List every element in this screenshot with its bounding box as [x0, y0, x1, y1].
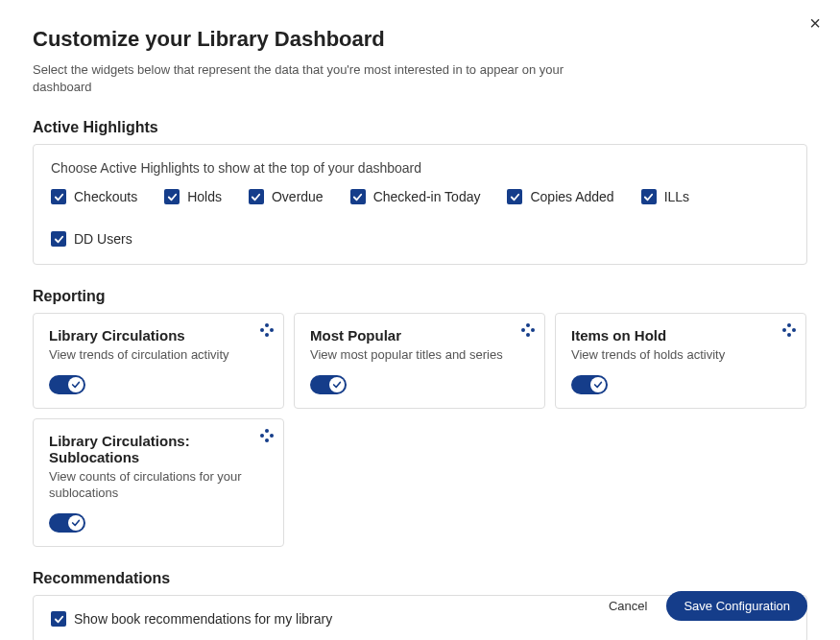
highlights-panel: Choose Active Highlights to show at the …	[33, 144, 807, 265]
toggle-thumb-icon	[68, 377, 84, 392]
drag-handle-icon[interactable]	[260, 323, 274, 337]
card-description: View most popular titles and series	[310, 346, 529, 364]
report-card-library-circulations-sublocations: Library Circulations: Sublocations View …	[33, 418, 284, 547]
section-title-highlights: Active Highlights	[33, 119, 807, 136]
highlight-label: Copies Added	[530, 189, 613, 204]
highlights-description: Choose Active Highlights to show at the …	[51, 160, 789, 176]
highlights-row: Checkouts Holds Overdue Checked-in Today…	[51, 189, 789, 247]
page-title: Customize your Library Dashboard	[33, 27, 807, 52]
card-description: View trends of holds activity	[571, 346, 790, 364]
card-toggle[interactable]	[310, 375, 347, 394]
highlight-label: DD Users	[74, 231, 132, 247]
checkbox-icon	[249, 189, 264, 204]
card-toggle[interactable]	[49, 375, 85, 394]
card-title: Items on Hold	[571, 327, 790, 344]
card-description: View counts of circulations for your sub…	[49, 468, 268, 502]
toggle-thumb-icon	[329, 377, 345, 392]
highlight-label: Holds	[187, 189, 222, 204]
checkbox-icon	[507, 189, 522, 204]
card-description: View trends of circulation activity	[49, 346, 268, 364]
report-card-items-on-hold: Items on Hold View trends of holds activ…	[555, 313, 806, 409]
card-title: Library Circulations	[49, 327, 268, 344]
highlight-label: Overdue	[272, 189, 324, 204]
checkbox-icon	[641, 189, 657, 204]
report-card-most-popular: Most Popular View most popular titles an…	[294, 313, 545, 409]
page-description: Select the widgets below that represent …	[33, 61, 570, 96]
toggle-thumb-icon	[68, 515, 84, 531]
drag-handle-icon[interactable]	[782, 323, 796, 337]
footer: Cancel Save Configuration	[609, 591, 807, 621]
close-icon[interactable]: ×	[809, 13, 821, 33]
checkbox-icon	[164, 189, 180, 204]
checkbox-icon	[350, 189, 366, 204]
highlight-label: ILLs	[664, 189, 689, 204]
card-toggle[interactable]	[571, 375, 608, 394]
highlight-label: Checked-in Today	[373, 189, 481, 204]
save-configuration-button[interactable]: Save Configuration	[666, 591, 807, 621]
section-title-reporting: Reporting	[33, 288, 807, 305]
highlight-holds[interactable]: Holds	[164, 189, 222, 204]
highlight-checkouts[interactable]: Checkouts	[51, 189, 137, 204]
highlight-overdue[interactable]: Overdue	[249, 189, 324, 204]
report-card-library-circulations: Library Circulations View trends of circ…	[33, 313, 284, 409]
card-toggle[interactable]	[49, 513, 85, 533]
highlight-dd-users[interactable]: DD Users	[51, 231, 132, 247]
toggle-thumb-icon	[590, 377, 606, 392]
highlight-label: Checkouts	[74, 189, 137, 204]
highlight-copies-added[interactable]: Copies Added	[507, 189, 613, 204]
highlight-ills[interactable]: ILLs	[641, 189, 689, 204]
drag-handle-icon[interactable]	[521, 323, 535, 337]
checkbox-icon	[51, 231, 66, 247]
checkbox-icon	[51, 611, 66, 627]
section-title-recommendations: Recommendations	[33, 570, 807, 587]
highlight-checked-in-today[interactable]: Checked-in Today	[350, 189, 481, 204]
reporting-grid: Library Circulations View trends of circ…	[33, 313, 807, 547]
card-title: Library Circulations: Sublocations	[49, 433, 268, 465]
recommendations-label: Show book recommendations for my library	[74, 611, 332, 627]
drag-handle-icon[interactable]	[260, 429, 274, 442]
cancel-button[interactable]: Cancel	[609, 599, 647, 613]
checkbox-icon	[51, 189, 66, 204]
card-title: Most Popular	[310, 327, 529, 344]
